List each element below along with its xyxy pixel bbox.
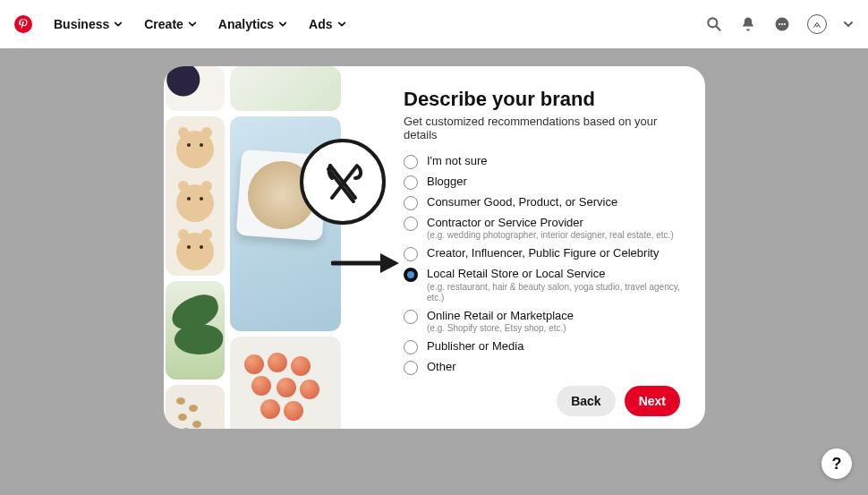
option-label: Online Retail or Marketplace: [427, 309, 574, 323]
brand-modal: Describe your brand Get customized recom…: [164, 66, 705, 429]
option-label: I'm not sure: [427, 154, 488, 168]
option-text: Blogger: [427, 175, 467, 189]
collage-tile: [166, 385, 225, 429]
pinterest-logo-icon[interactable]: [14, 15, 32, 33]
option-text: Contractor or Service Provider(e.g. wedd…: [427, 216, 674, 241]
account-chevron-icon[interactable]: [843, 19, 854, 30]
collage-tile: [230, 337, 341, 429]
top-nav: Business Create Analytics Ads: [0, 0, 868, 48]
modal-image-collage: [164, 66, 343, 429]
option-label: Contractor or Service Provider: [427, 216, 674, 230]
brand-option[interactable]: Local Retail Store or Local Service(e.g.…: [404, 267, 680, 303]
option-label: Consumer Good, Product, or Service: [427, 195, 617, 209]
nav-label: Analytics: [218, 17, 274, 31]
modal-subtitle: Get customized recommendations based on …: [404, 115, 680, 141]
nav-left: Business Create Analytics Ads: [14, 15, 346, 33]
option-sublabel: (e.g. Shopify store, Etsy shop, etc.): [427, 323, 574, 334]
next-button[interactable]: Next: [625, 386, 680, 416]
help-button[interactable]: ?: [821, 448, 852, 479]
nav-right: [705, 14, 854, 34]
radio-icon: [404, 196, 418, 210]
option-text: Online Retail or Marketplace(e.g. Shopif…: [427, 309, 574, 334]
radio-icon: [404, 268, 418, 282]
option-text: Local Retail Store or Local Service(e.g.…: [427, 267, 680, 303]
brand-option[interactable]: Other: [404, 360, 680, 375]
radio-icon: [404, 340, 418, 354]
bell-icon[interactable]: [739, 15, 757, 33]
annotation-arrow-icon: [331, 251, 403, 276]
option-sublabel: (e.g. restaurant, hair & beauty salon, y…: [427, 282, 680, 303]
radio-icon: [404, 247, 418, 261]
option-text: I'm not sure: [427, 154, 488, 168]
brand-options-group: I'm not sureBloggerConsumer Good, Produc…: [404, 154, 680, 375]
radio-icon: [404, 361, 418, 375]
nav-label: Ads: [309, 17, 332, 31]
radio-icon: [404, 310, 418, 324]
modal-title: Describe your brand: [404, 88, 680, 111]
option-label: Publisher or Media: [427, 339, 523, 354]
nav-label: Business: [54, 17, 109, 31]
option-label: Blogger: [427, 175, 467, 189]
option-text: Publisher or Media: [427, 339, 523, 354]
option-text: Consumer Good, Product, or Service: [427, 195, 617, 209]
chevron-down-icon: [278, 20, 287, 29]
option-label: Creator, Influencer, Public Figure or Ce…: [427, 246, 659, 260]
option-text: Other: [427, 360, 456, 374]
radio-icon: [404, 217, 418, 231]
brand-option[interactable]: Consumer Good, Product, or Service: [404, 195, 680, 210]
option-label: Other: [427, 360, 456, 374]
nav-analytics[interactable]: Analytics: [218, 17, 287, 31]
brand-option[interactable]: Creator, Influencer, Public Figure or Ce…: [404, 246, 680, 261]
option-sublabel: (e.g. wedding photographer, interior des…: [427, 230, 674, 241]
brand-option[interactable]: Contractor or Service Provider(e.g. wedd…: [404, 216, 680, 241]
nav-label: Create: [144, 17, 183, 31]
fork-knife-badge-icon: [300, 139, 386, 225]
option-label: Local Retail Store or Local Service: [427, 267, 680, 281]
chevron-down-icon: [337, 20, 346, 29]
nav-ads[interactable]: Ads: [309, 17, 345, 31]
chevron-down-icon: [188, 20, 197, 29]
radio-icon: [404, 175, 418, 190]
collage-tile: [230, 66, 341, 111]
brand-option[interactable]: I'm not sure: [404, 154, 680, 169]
chevron-down-icon: [114, 20, 123, 29]
svg-point-4: [779, 23, 780, 25]
radio-icon: [404, 155, 418, 169]
help-label: ?: [832, 455, 842, 474]
svg-point-6: [784, 23, 786, 25]
svg-line-2: [717, 27, 720, 30]
collage-tile: [166, 116, 225, 276]
brand-option[interactable]: Publisher or Media: [404, 339, 680, 354]
collage-tile: [166, 66, 225, 111]
avatar[interactable]: [807, 14, 827, 34]
nav-business[interactable]: Business: [54, 17, 123, 31]
collage-tile: [166, 281, 225, 380]
brand-option[interactable]: Online Retail or Marketplace(e.g. Shopif…: [404, 309, 680, 334]
search-icon[interactable]: [705, 15, 723, 33]
back-button[interactable]: Back: [557, 386, 615, 416]
modal-footer: Back Next: [404, 375, 680, 416]
modal-content: Describe your brand Get customized recom…: [343, 66, 705, 429]
option-text: Creator, Influencer, Public Figure or Ce…: [427, 246, 659, 260]
nav-create[interactable]: Create: [144, 17, 197, 31]
brand-option[interactable]: Blogger: [404, 175, 680, 190]
svg-point-5: [781, 23, 783, 25]
chat-icon[interactable]: [773, 15, 791, 33]
